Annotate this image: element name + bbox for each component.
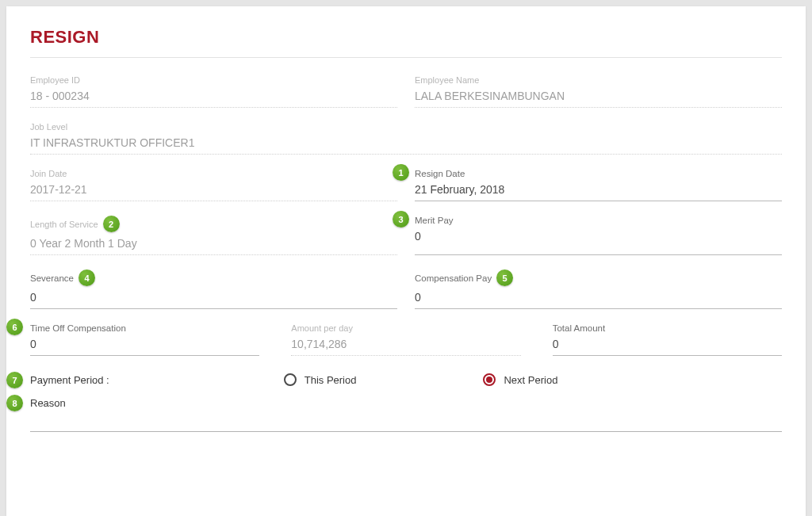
job-level-value: IT INFRASTRUKTUR OFFICER1 [30,136,782,149]
total-amount-label: Total Amount [553,323,782,333]
badge-3: 3 [393,211,409,227]
payment-this-period-option[interactable]: This Period [284,373,357,386]
total-amount-value: 0 [553,338,782,350]
resign-date-label: Resign Date [415,169,782,178]
time-off-comp-value: 0 [30,338,259,350]
badge-8: 8 [6,395,23,411]
page-title: RESIGN [30,27,782,58]
resign-date-value: 21 February, 2018 [415,183,782,196]
amount-per-day-field: Amount per day 10,714,286 [291,323,520,356]
severance-value: 0 [30,291,397,304]
merit-pay-value: 0 [415,230,782,243]
payment-period-label: Payment Period : [30,374,109,386]
merit-pay-label: Merit Pay [415,216,782,225]
resign-panel: RESIGN Employee ID 18 - 000234 Employee … [6,6,806,516]
severance-field[interactable]: Severance 4 0 [30,269,397,309]
badge-7: 7 [6,372,23,388]
payment-next-period-option[interactable]: Next Period [483,373,557,386]
badge-6: 6 [6,319,23,335]
badge-4: 4 [79,269,95,286]
severance-label: Severance 4 [30,269,397,286]
merit-pay-field[interactable]: 3 Merit Pay 0 [415,216,782,255]
length-of-service-label: Length of Service 2 [30,216,397,232]
job-level-field: Job Level IT INFRASTRUKTUR OFFICER1 [30,122,782,155]
resign-date-field[interactable]: 1 Resign Date 21 February, 2018 [415,169,782,201]
amount-per-day-label: Amount per day [291,323,520,333]
employee-name-label: Employee Name [415,75,782,85]
compensation-pay-value: 0 [415,291,782,304]
badge-5: 5 [496,269,513,286]
join-date-value: 2017-12-21 [30,183,397,196]
total-amount-field[interactable]: Total Amount 0 [553,323,782,356]
employee-id-value: 18 - 000234 [30,90,397,102]
time-off-comp-field[interactable]: Time Off Compensation 0 [30,323,259,356]
join-date-field: Join Date 2017-12-21 [30,169,397,201]
badge-2: 2 [103,216,120,232]
time-off-comp-label: Time Off Compensation [30,323,259,333]
compensation-pay-label: Compensation Pay 5 [415,269,782,286]
employee-id-field: Employee ID 18 - 000234 [30,75,397,108]
employee-name-field: Employee Name LALA BERKESINAMBUNGAN [415,75,782,108]
job-level-label: Job Level [30,122,782,132]
reason-label: Reason [30,397,782,409]
employee-name-value: LALA BERKESINAMBUNGAN [415,90,782,102]
radio-icon [284,373,297,386]
radio-icon-checked [483,373,496,386]
amount-per-day-value: 10,714,286 [291,338,520,350]
payment-period-row: 7 Payment Period : This Period Next Peri… [30,370,782,397]
reason-field[interactable]: 8 Reason [30,397,782,432]
length-of-service-field: Length of Service 2 0 Year 2 Month 1 Day [30,216,397,255]
compensation-pay-field[interactable]: Compensation Pay 5 0 [415,269,782,309]
employee-id-label: Employee ID [30,75,397,85]
length-of-service-value: 0 Year 2 Month 1 Day [30,237,397,250]
join-date-label: Join Date [30,169,397,178]
badge-1: 1 [393,164,409,181]
